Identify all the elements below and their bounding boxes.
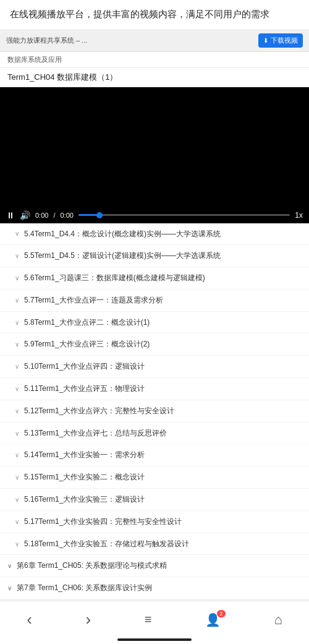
user-button[interactable]: 👤2 xyxy=(195,610,231,630)
chevron-icon: ∨ xyxy=(15,275,19,281)
item-label: 5.11Term1_大作业点评五：物理设计 xyxy=(24,384,145,394)
play-pause-button[interactable]: ⏸ xyxy=(6,211,15,220)
playlist-item[interactable]: ∨ 5.10Term1_大作业点评四：逻辑设计 xyxy=(0,356,309,378)
playlist-item[interactable]: ∨ 5.7Term1_大作业点评一：连题及需求分析 xyxy=(0,290,309,312)
home-indicator xyxy=(117,638,192,641)
volume-button[interactable]: 🔊 xyxy=(20,211,30,220)
chevron-icon: ∨ xyxy=(15,385,19,392)
item-label: 5.7Term1_大作业点评一：连题及需求分析 xyxy=(24,295,163,306)
chevron-down-icon: ∨ xyxy=(7,585,12,591)
download-label: 下载视频 xyxy=(271,36,298,45)
chevron-icon: ∨ xyxy=(15,297,19,304)
playlist-item[interactable]: ∨ 5.12Term1_大作业点评六：完整性与安全设计 xyxy=(0,400,309,423)
playlist-item[interactable]: ∨ 5.11Term1_大作业点评五：物理设计 xyxy=(0,378,309,400)
menu-button[interactable]: ≡ xyxy=(135,610,162,629)
chevron-icon: ∨ xyxy=(15,452,19,458)
playlist-item[interactable]: ∨ 5.14Term1_大作业实验一：需求分析 xyxy=(0,444,309,466)
item-label: 5.13Term1_大作业点评七：总结与反思评价 xyxy=(24,428,167,439)
video-player[interactable]: ⏸ 🔊 0:00 / 0:00 1x xyxy=(0,87,309,223)
chevron-icon: ∨ xyxy=(15,496,19,503)
item-label: 5.15Term1_大作业实验二：概念设计 xyxy=(24,472,145,483)
breadcrumb: 数据库系统及应用 xyxy=(0,52,309,68)
chevron-icon: ∨ xyxy=(15,230,19,237)
item-label: 5.18Term1_大作业实验五：存储过程与触发器设计 xyxy=(24,539,189,549)
section-header-ch05[interactable]: ∨ 第6章 Term1_CH05: 关系数据理论与模式求精 xyxy=(0,555,309,577)
chevron-icon: ∨ xyxy=(15,363,19,370)
forward-button[interactable]: › xyxy=(75,608,101,632)
banner-text: 在线视频播放平台，提供丰富的视频内容，满足不同用户的需求 xyxy=(10,9,269,19)
playlist-item[interactable]: ∨ 5.4Term1_D4.4：概念设计(概念建模)实例——大学选课系统 xyxy=(0,223,309,246)
tab-label: 强能力放课程共享系统 – ... xyxy=(6,36,253,45)
playlist-item[interactable]: ∨ 5.13Term1_大作业点评七：总结与反思评价 xyxy=(0,423,309,445)
top-banner: 在线视频播放平台，提供丰富的视频内容，满足不同用户的需求 xyxy=(0,0,309,30)
back-button[interactable]: ‹ xyxy=(17,608,42,632)
playlist: ∨ 5.4Term1_D4.4：概念设计(概念建模)实例——大学选课系统 ∨ 5… xyxy=(0,223,309,600)
chevron-icon: ∨ xyxy=(15,474,19,481)
item-label: 5.8Term1_大作业点评二：概念设计(1) xyxy=(24,317,150,328)
download-video-button[interactable]: 下载视频 xyxy=(258,33,303,48)
playlist-item[interactable]: ∨ 5.5Term1_D4.5：逻辑设计(逻辑建模)实例——大学选课系统 xyxy=(0,245,309,267)
item-label: 5.17Term1_大作业实验四：完整性与安全性设计 xyxy=(24,517,182,527)
section-label: 第6章 Term1_CH05: 关系数据理论与模式求精 xyxy=(17,560,167,571)
chevron-icon: ∨ xyxy=(15,341,19,348)
item-label: 5.5Term1_D4.5：逻辑设计(逻辑建模)实例——大学选课系统 xyxy=(24,251,221,261)
chevron-down-icon: ∨ xyxy=(7,562,12,569)
item-label: 5.12Term1_大作业点评六：完整性与安全设计 xyxy=(24,406,174,416)
chevron-icon: ∨ xyxy=(15,408,19,414)
section-header-ch06[interactable]: ∨ 第7章 Term1_CH06: 关系数据库设计实例 xyxy=(0,577,309,599)
playback-speed[interactable]: 1x xyxy=(295,211,303,220)
item-label: 5.9Term1_大作业点评三：概念设计(2) xyxy=(24,339,150,350)
item-label: 5.10Term1_大作业点评四：逻辑设计 xyxy=(24,361,145,372)
playlist-item[interactable]: ∨ 5.16Term1_大作业实验三：逻辑设计 xyxy=(0,489,309,511)
playlist-item[interactable]: ∨ 5.18Term1_大作业实验五：存储过程与触发器设计 xyxy=(0,533,309,556)
chevron-icon: ∨ xyxy=(15,319,19,326)
playlist-item[interactable]: ∨ 5.8Term1_大作业点评二：概念设计(1) xyxy=(0,312,309,334)
bottom-nav: ‹ › ≡ 👤2 ⌂ xyxy=(0,601,309,644)
video-controls: ⏸ 🔊 0:00 / 0:00 1x xyxy=(0,206,309,223)
item-label: 5.6Term1_习题课三：数据库建模(概念建模与逻辑建模) xyxy=(24,273,205,283)
playlist-item[interactable]: ∨ 5.17Term1_大作业实验四：完整性与安全性设计 xyxy=(0,511,309,533)
progress-bar[interactable] xyxy=(78,214,290,216)
playlist-item[interactable]: ∨ 5.9Term1_大作业点评三：概念设计(2) xyxy=(0,333,309,356)
total-time: 0:00 xyxy=(60,212,73,219)
playlist-item[interactable]: ∨ 5.15Term1_大作业实验二：概念设计 xyxy=(0,466,309,489)
chevron-icon: ∨ xyxy=(15,430,19,437)
section-label: 第7章 Term1_CH06: 关系数据库设计实例 xyxy=(17,583,152,593)
notification-badge: 2 xyxy=(217,610,226,617)
playlist-item[interactable]: ∨ 5.6Term1_习题课三：数据库建模(概念建模与逻辑建模) xyxy=(0,267,309,290)
chevron-icon: ∨ xyxy=(15,518,19,525)
time-separator: / xyxy=(53,212,55,219)
item-label: 5.4Term1_D4.4：概念设计(概念建模)实例——大学选课系统 xyxy=(24,229,221,239)
browser-bar: 强能力放课程共享系统 – ... 下载视频 xyxy=(0,30,309,52)
progress-dot xyxy=(96,212,103,218)
item-label: 5.16Term1_大作业实验三：逻辑设计 xyxy=(24,494,145,505)
chevron-icon: ∨ xyxy=(15,252,19,259)
current-time: 0:00 xyxy=(35,212,48,219)
video-title: Term1_CH04 数据库建模（1） xyxy=(0,68,309,87)
home-button[interactable]: ⌂ xyxy=(264,609,292,630)
chevron-icon: ∨ xyxy=(15,541,19,547)
item-label: 5.14Term1_大作业实验一：需求分析 xyxy=(24,450,145,460)
